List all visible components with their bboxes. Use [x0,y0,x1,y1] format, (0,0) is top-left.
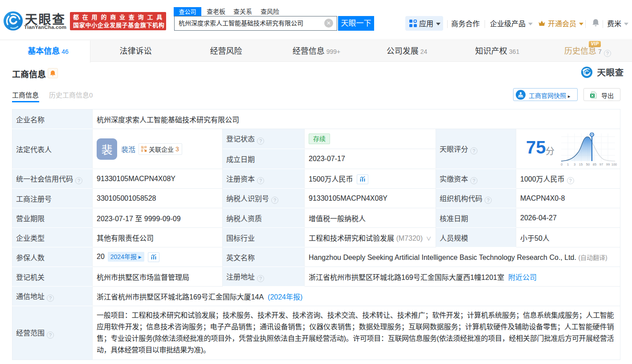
svg-text:85: 85 [593,162,596,166]
svg-text:15: 15 [579,162,583,166]
svg-text:100: 100 [612,162,617,166]
svg-text:50: 50 [586,162,590,166]
svg-text:1: 1 [567,162,569,166]
svg-text:3: 3 [574,162,575,166]
svg-text:97: 97 [599,162,603,166]
svg-text:99: 99 [606,162,610,166]
svg-text:0: 0 [561,162,563,166]
